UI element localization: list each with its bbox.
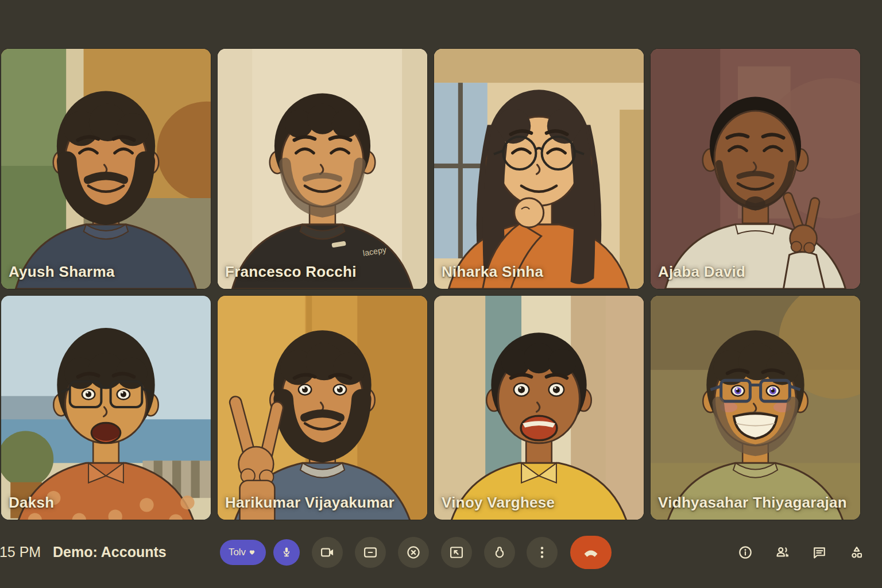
participant-tile[interactable]: Vidhyasahar Thiyagarajan bbox=[651, 296, 860, 520]
meeting-title: Demo: Accounts bbox=[53, 544, 167, 560]
chat-icon bbox=[811, 544, 827, 561]
participant-tile[interactable]: Niharka Sinha bbox=[434, 49, 644, 289]
participant-name: Ayush Sharma bbox=[9, 263, 115, 281]
end-call-icon bbox=[581, 542, 601, 563]
participant-tile[interactable]: Daksh bbox=[1, 296, 211, 520]
people-button[interactable] bbox=[775, 544, 791, 560]
participant-name: Niharka Sinha bbox=[442, 263, 543, 281]
participant-name: Vidhyasahar Thiyagarajan bbox=[658, 494, 847, 512]
meeting-time: :15 PM bbox=[0, 544, 41, 560]
participant-name: Francesco Rocchi bbox=[225, 263, 357, 281]
cancel-circle-icon bbox=[405, 544, 421, 560]
participant-name: Vinoy Varghese bbox=[442, 494, 555, 512]
participant-tile[interactable]: Ajaba David bbox=[651, 49, 860, 289]
microphone-button[interactable] bbox=[273, 539, 300, 566]
present-screen-icon bbox=[448, 544, 465, 560]
participant-video bbox=[1, 296, 211, 520]
more-options-icon bbox=[534, 544, 550, 560]
captions-button[interactable] bbox=[355, 537, 386, 568]
control-bar: :15 PM Demo: Accounts Tolv bbox=[0, 532, 882, 573]
video-camera-button[interactable] bbox=[312, 537, 343, 568]
participant-video bbox=[218, 296, 427, 520]
participant-name: Daksh bbox=[9, 494, 55, 512]
participant-video bbox=[651, 49, 860, 289]
heart-icon bbox=[247, 547, 257, 558]
activities-button[interactable] bbox=[849, 544, 865, 560]
participant-video bbox=[434, 49, 644, 289]
participant-tile[interactable]: Harikumar Vijayakumar bbox=[218, 296, 427, 520]
captions-icon bbox=[362, 544, 378, 560]
people-icon bbox=[775, 544, 791, 561]
participant-tile[interactable]: Vinoy Varghese bbox=[434, 296, 644, 520]
video-camera-icon bbox=[319, 544, 335, 560]
participant-grid: Ayush Sharma lacepy Francesco Rocchi Nih… bbox=[1, 49, 860, 520]
cancel-presentation-button[interactable] bbox=[398, 537, 429, 568]
end-call-button[interactable] bbox=[570, 536, 612, 569]
participant-video: lacepy bbox=[218, 49, 427, 289]
chat-button[interactable] bbox=[811, 544, 827, 560]
tolv-label: Tolv bbox=[229, 547, 246, 558]
participant-name: Ajaba David bbox=[658, 263, 745, 281]
present-screen-button[interactable] bbox=[441, 537, 472, 568]
info-icon bbox=[737, 544, 753, 560]
activities-icon bbox=[849, 544, 865, 561]
more-options-button[interactable] bbox=[527, 537, 558, 568]
microphone-icon bbox=[280, 546, 293, 559]
participant-tile[interactable]: lacepy Francesco Rocchi bbox=[218, 49, 427, 289]
participant-tile[interactable]: Ayush Sharma bbox=[1, 49, 211, 289]
participant-name: Harikumar Vijayakumar bbox=[225, 494, 394, 512]
raise-hand-button[interactable] bbox=[484, 537, 515, 568]
info-button[interactable] bbox=[737, 544, 753, 560]
raise-hand-icon bbox=[492, 544, 508, 560]
participant-video bbox=[651, 296, 860, 520]
participant-video bbox=[1, 49, 211, 289]
participant-video bbox=[434, 296, 644, 520]
tolv-button[interactable]: Tolv bbox=[220, 540, 266, 565]
